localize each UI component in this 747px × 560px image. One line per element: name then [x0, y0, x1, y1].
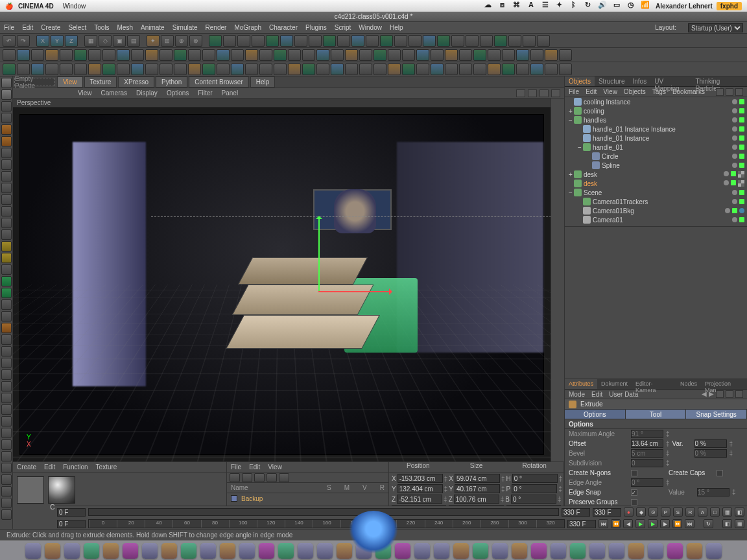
tool-icon[interactable]: ▤ [127, 35, 140, 47]
prev-frame-icon[interactable]: ◀ [623, 519, 633, 528]
tool-icon[interactable] [209, 35, 222, 47]
enable-check-icon[interactable] [739, 199, 744, 204]
tool-icon[interactable] [431, 49, 444, 61]
tree-row[interactable]: − handles [565, 115, 747, 124]
tool-icon[interactable] [409, 35, 421, 47]
object-tree[interactable]: cooling Instance + cooling − handles han… [565, 97, 747, 227]
expand-icon[interactable]: + [567, 108, 574, 115]
tool-icon[interactable]: ⊗ [189, 35, 202, 47]
mode-tool-icon[interactable] [1, 451, 12, 461]
mode-tool-icon[interactable] [1, 369, 12, 380]
mode-tool-icon[interactable] [1, 346, 12, 356]
mode-tool-icon[interactable] [1, 404, 12, 415]
expand-icon[interactable]: − [567, 117, 574, 124]
tool-icon[interactable] [473, 49, 486, 61]
empty-palette[interactable]: Empty Palette [14, 78, 54, 86]
dock-app-icon[interactable] [103, 543, 119, 559]
apple-icon[interactable]: 🍎 [5, 3, 13, 10]
mode-tool-icon[interactable] [1, 428, 12, 438]
mac-user[interactable]: Alexander Lehnert [656, 3, 713, 10]
tool-icon[interactable] [451, 35, 464, 47]
tool-icon[interactable] [259, 49, 272, 61]
enable-check-icon[interactable] [731, 180, 736, 185]
tool-icon[interactable]: ◇ [99, 35, 112, 47]
tool-icon[interactable] [323, 35, 336, 47]
dock-app-icon[interactable] [512, 543, 527, 559]
mode-tool-icon[interactable] [1, 206, 12, 216]
dock-app-icon[interactable] [628, 543, 644, 559]
dock-app-icon[interactable] [648, 543, 663, 559]
am-tab-projection[interactable]: Projection Man [701, 379, 747, 389]
timeline-start[interactable] [57, 508, 86, 517]
expand-icon[interactable]: − [567, 189, 574, 196]
tool-icon[interactable] [331, 64, 344, 75]
menu-plugins[interactable]: Plugins [305, 24, 327, 31]
mode-tool-icon[interactable] [1, 136, 12, 146]
tool-icon[interactable] [374, 49, 386, 61]
dock-app-icon[interactable] [298, 543, 313, 559]
tool-icon[interactable] [237, 35, 250, 47]
tool-icon[interactable] [302, 64, 315, 75]
layer-menu-file[interactable]: File [231, 463, 241, 471]
menu-mograph[interactable]: MoGraph [234, 24, 261, 31]
dock-app-icon[interactable] [453, 543, 469, 559]
tree-row[interactable]: Spline [565, 161, 747, 170]
om-tab-structure[interactable]: Structure [595, 76, 629, 86]
dock-app-icon[interactable] [395, 543, 410, 559]
tool-icon[interactable] [102, 49, 115, 61]
dock-app-icon[interactable] [200, 543, 216, 559]
key-icon[interactable]: ⊙ [648, 508, 658, 517]
tl-icon[interactable]: ▦ [735, 519, 744, 528]
tool-icon[interactable] [274, 49, 287, 61]
tool-icon[interactable] [402, 64, 415, 75]
key-scale-icon[interactable]: S [673, 508, 683, 517]
tool-icon[interactable] [445, 49, 458, 61]
mode-tool-icon[interactable] [1, 89, 12, 100]
menu-script[interactable]: Script [335, 24, 351, 31]
key-pos-icon[interactable]: P [661, 508, 670, 517]
tool-icon[interactable] [160, 64, 172, 75]
tool-icon[interactable] [502, 49, 515, 61]
tool-icon[interactable] [74, 64, 87, 75]
tool-icon[interactable] [217, 49, 230, 61]
menu-animate[interactable]: Animate [141, 24, 165, 31]
layer-tool-icon[interactable] [279, 473, 289, 482]
fld-maxangle[interactable] [631, 430, 663, 438]
tool-icon[interactable] [274, 64, 287, 75]
tool-icon[interactable] [316, 64, 329, 75]
tool-icon[interactable] [231, 64, 244, 75]
tool-icon[interactable]: ⊞ [161, 35, 174, 47]
enable-check-icon[interactable] [739, 145, 744, 150]
fld-bevel[interactable] [631, 449, 663, 458]
tool-icon[interactable] [530, 64, 543, 75]
tool-icon[interactable] [388, 64, 401, 75]
texture-tag-icon[interactable] [738, 171, 744, 178]
adobe-icon[interactable]: A [526, 1, 536, 11]
mode-tool-icon[interactable] [1, 323, 12, 333]
om-tab-objects[interactable]: Objects [565, 76, 595, 86]
dock-app-icon[interactable] [317, 543, 333, 559]
menu-select[interactable]: Select [68, 24, 86, 31]
fld-var[interactable] [694, 439, 727, 448]
mode-tool-icon[interactable] [1, 393, 12, 403]
subtab-snap[interactable]: Snap Settings [686, 410, 747, 419]
am-menu-mode[interactable]: Mode [569, 391, 585, 398]
play-icon[interactable]: ▶ [648, 519, 658, 528]
wifi-icon[interactable]: 📶 [640, 1, 650, 11]
pos-field[interactable] [397, 484, 443, 493]
texture-tag-icon[interactable] [738, 180, 744, 187]
tool-icon[interactable] [351, 35, 364, 47]
tree-row[interactable]: Camera01 [565, 215, 747, 224]
tool-icon[interactable] [516, 64, 529, 75]
vpm-view[interactable]: View [78, 89, 92, 97]
tool-icon[interactable] [559, 49, 572, 61]
chk-ngons[interactable] [631, 470, 637, 476]
layer-tool-icon[interactable] [230, 473, 240, 482]
vpm-filter[interactable]: Filter [198, 89, 212, 97]
enable-check-icon[interactable] [739, 190, 744, 195]
am-menu-userdata[interactable]: User Data [609, 391, 638, 398]
timeline-end[interactable] [593, 508, 621, 517]
mode-tool-icon[interactable] [1, 264, 12, 275]
search-icon[interactable] [716, 390, 724, 398]
gizmo-y-axis[interactable] [318, 216, 320, 291]
